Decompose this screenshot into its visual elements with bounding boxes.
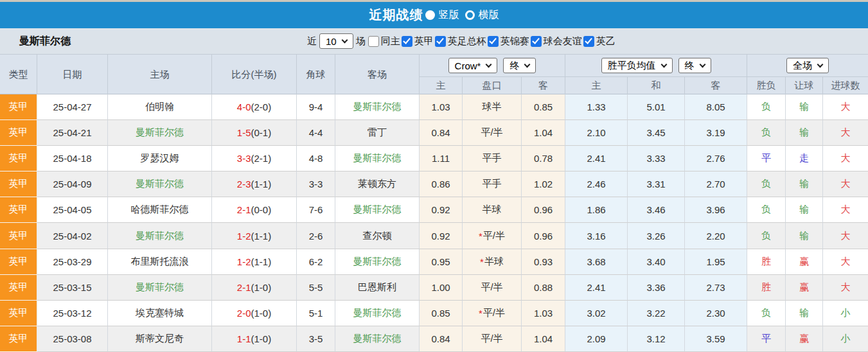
handicap-result-cell: 输 (786, 223, 823, 249)
radio-selected-icon[interactable] (425, 10, 435, 20)
odds-away-cell: 0.96 (522, 223, 565, 249)
handicap-value: 平手 (483, 178, 502, 190)
corners-cell: 9-4 (297, 94, 335, 120)
avg-draw-cell: 3.45 (628, 120, 685, 146)
odds-state-select[interactable]: 终 (503, 58, 536, 73)
checkbox-unchecked-icon[interactable] (368, 36, 379, 47)
radio-vertical-label[interactable]: 竖版 (439, 8, 459, 22)
home-team-cell: 曼斯菲尔德 (108, 120, 212, 146)
checkbox-checked-icon[interactable] (531, 36, 542, 47)
league-cell: 英甲 (0, 326, 37, 352)
fulltime-score: 1-5 (237, 127, 251, 138)
away-team-cell: 曼斯菲尔德 (335, 94, 420, 120)
league-cell: 英甲 (0, 275, 37, 301)
away-team-cell: 莱顿东方 (335, 172, 420, 197)
away-team-cell: 巴恩斯利 (335, 275, 420, 301)
avg-lose-cell: 2.76 (685, 146, 747, 172)
radio-horizontal-layout[interactable]: 横版 (465, 8, 499, 22)
corners-cell: 7-6 (297, 197, 335, 223)
avg-win-cell: 2.09 (565, 326, 628, 352)
halftime-score: (0-1) (251, 127, 272, 138)
filter-checkbox-league-5[interactable]: 英乙 (583, 35, 616, 48)
avg-lose-cell: 8.05 (685, 94, 747, 120)
table-row: 英甲25-03-12埃克塞特城2-0(1-0)5-1曼斯菲尔德0.85*平/半1… (0, 301, 868, 326)
bookmaker-select[interactable]: Crow* (448, 58, 498, 73)
handicap-result-cell: 赢 (786, 275, 823, 301)
chevron-down-icon (660, 61, 667, 67)
halftime-score: (2-1) (251, 153, 272, 164)
average-state-select[interactable]: 终 (678, 58, 711, 73)
handicap-result-cell: 输 (786, 94, 823, 120)
date-cell: 25-04-21 (37, 120, 108, 146)
avg-draw-cell: 3.22 (628, 301, 685, 326)
home-team-cell: 曼斯菲尔德 (108, 275, 212, 301)
date-cell: 25-04-27 (37, 94, 108, 120)
filter-checkbox-league-1[interactable]: 英甲 (402, 35, 434, 48)
avg-lose-cell: 3.96 (685, 197, 747, 223)
league-cell: 英甲 (0, 94, 37, 120)
average-type-select[interactable]: 胜平负均值 (601, 58, 673, 73)
handicap-cell: *平/半 (463, 301, 522, 326)
league-cell: 英甲 (0, 301, 37, 326)
handicap-result-cell: 赢 (786, 249, 823, 275)
result-cell: 负 (747, 197, 786, 223)
score-cell: 4-0(2-0) (212, 94, 297, 120)
handicap-cell: 平手 (463, 146, 522, 172)
average-group-header: 胜平负均值 终 (565, 55, 747, 76)
away-team-cell: 雷丁 (335, 120, 420, 146)
checkbox-label[interactable]: 同主 (381, 35, 400, 48)
odds-home-cell: 1.03 (420, 94, 463, 120)
col-header-corners: 角球 (297, 55, 335, 94)
avg-win-cell: 2.10 (565, 120, 628, 146)
handicap-change-star: * (479, 231, 483, 242)
fulltime-score: 3-3 (237, 153, 251, 164)
avg-lose-cell: 2.20 (685, 223, 747, 249)
avg-lose-cell: 3.19 (685, 120, 747, 146)
corners-cell: 5-5 (297, 275, 335, 301)
checkbox-checked-icon[interactable] (402, 36, 412, 47)
checkbox-label[interactable]: 英锦赛 (500, 35, 529, 48)
checkbox-label[interactable]: 球会友谊 (544, 35, 582, 48)
radio-vertical-layout[interactable]: 竖版 (429, 8, 459, 22)
recent-count-select[interactable]: 10 (319, 33, 353, 49)
checkbox-checked-icon[interactable] (583, 36, 594, 47)
filter-checkbox-same-home[interactable]: 同主 (368, 35, 400, 48)
avg-lose-cell: 3.59 (685, 326, 747, 352)
score-cell: 2-3(1-1) (212, 172, 297, 197)
checkbox-label[interactable]: 英乙 (596, 35, 616, 48)
scope-select[interactable]: 全场 (786, 58, 829, 73)
avg-win-cell: 1.33 (565, 94, 628, 120)
score-cell: 1-2(1-1) (212, 249, 297, 275)
odds-away-cell: 0.96 (522, 197, 565, 223)
handicap-value: 平/半 (483, 307, 505, 319)
checkbox-label[interactable]: 英足总杯 (448, 35, 486, 48)
filter-checkbox-league-4[interactable]: 球会友谊 (531, 35, 582, 48)
table-row: 英甲25-04-09曼斯菲尔德2-3(1-1)3-3莱顿东方0.86平手1.02… (0, 172, 868, 197)
odds-home-cell: 0.92 (420, 197, 463, 223)
result-cell: 负 (747, 301, 786, 326)
fulltime-score: 2-3 (237, 179, 251, 189)
filter-checkbox-league-3[interactable]: 英锦赛 (488, 35, 529, 48)
filter-checkbox-league-2[interactable]: 英足总杯 (435, 35, 486, 48)
sub-header-2: 盘口 (463, 76, 522, 94)
checkbox-checked-icon[interactable] (488, 36, 499, 47)
date-cell: 25-04-05 (37, 197, 108, 223)
radio-unselected-icon[interactable] (465, 10, 475, 20)
checkbox-checked-icon[interactable] (435, 36, 446, 47)
recent-results-panel: 近期战绩 竖版 横版 曼斯菲尔德 近 10 场 同主英甲英足总杯英锦赛球会友谊英… (0, 0, 868, 352)
score-cell: 2-0(1-0) (212, 301, 297, 326)
radio-horizontal-label[interactable]: 横版 (479, 8, 499, 22)
games-label: 场 (356, 35, 366, 48)
checkbox-label[interactable]: 英甲 (414, 35, 434, 48)
sub-header-1: 主 (420, 76, 463, 94)
chevron-down-icon (817, 61, 824, 67)
table-row: 英甲25-04-02曼斯菲尔德1-2(1-1)2-6查尔顿0.92*平/半0.9… (0, 223, 868, 249)
avg-draw-cell: 3.40 (628, 249, 685, 275)
corners-cell: 2-6 (297, 223, 335, 249)
away-team-cell: 曼斯菲尔德 (335, 146, 420, 172)
recent-count-value: 10 (326, 36, 337, 47)
handicap-value: 半球 (484, 256, 504, 268)
result-cell: 平 (747, 146, 786, 172)
handicap-value: 平/半 (483, 230, 505, 242)
avg-lose-cell: 2.30 (685, 301, 747, 326)
